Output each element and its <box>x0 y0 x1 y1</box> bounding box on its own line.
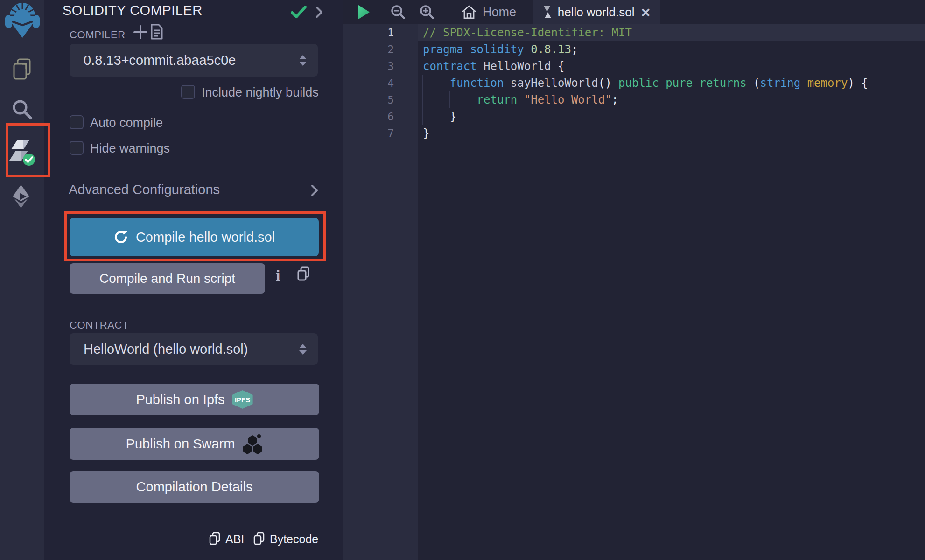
compiler-version-value: 0.8.13+commit.abaa5c0e <box>84 53 299 68</box>
line-number: 7 <box>343 125 418 142</box>
contract-select-value: HelloWorld (hello world.sol) <box>84 342 299 357</box>
tab-hello-world-label: hello world.sol <box>558 5 635 20</box>
code-line[interactable]: } <box>418 108 925 125</box>
solidity-icon <box>543 6 552 19</box>
include-nightly-label: Include nightly builds <box>202 85 319 100</box>
compilation-details-label: Compilation Details <box>136 479 253 495</box>
deploy-and-run-icon[interactable] <box>0 184 44 209</box>
include-nightly-checkbox[interactable] <box>181 85 195 99</box>
copy-bytecode[interactable]: Bytecode <box>253 532 318 546</box>
contract-section-label: CONTRACT <box>70 319 129 331</box>
info-icon[interactable]: i <box>276 267 280 285</box>
panel-chevron-icon[interactable] <box>315 6 323 18</box>
file-explorer-icon[interactable] <box>0 58 44 81</box>
add-compiler-icon[interactable] <box>133 24 148 40</box>
hide-warnings-label: Hide warnings <box>90 141 170 156</box>
code-line[interactable]: return "Hello World"; <box>418 91 925 108</box>
auto-compile-label: Auto compile <box>90 116 163 130</box>
select-arrows-icon <box>299 344 307 355</box>
contract-select[interactable]: HelloWorld (hello world.sol) <box>70 333 318 365</box>
code-line[interactable]: function sayHelloWorld() public pure ret… <box>418 75 925 91</box>
line-number: 4 <box>343 75 418 91</box>
refresh-icon <box>113 230 128 245</box>
publish-ipfs-button[interactable]: Publish on Ipfs IPFS <box>70 384 319 415</box>
line-number: 6 <box>343 108 418 125</box>
compile-success-check-icon <box>291 6 307 19</box>
tab-home-label: Home <box>483 5 516 20</box>
publish-ipfs-label: Publish on Ipfs <box>136 392 224 407</box>
line-number: 1 <box>343 24 418 41</box>
hide-warnings-checkbox[interactable] <box>70 141 84 155</box>
select-arrows-icon <box>299 55 307 66</box>
compile-and-run-label: Compile and Run script <box>99 271 235 286</box>
code-line[interactable]: } <box>418 125 925 142</box>
code-line[interactable]: contract HelloWorld { <box>418 58 925 75</box>
code-line[interactable]: pragma solidity 0.8.13; <box>418 41 925 58</box>
swarm-icon <box>242 434 263 454</box>
copy-abi[interactable]: ABI <box>209 532 244 546</box>
panel-title: SOLIDITY COMPILER <box>63 3 203 18</box>
compiler-version-select[interactable]: 0.8.13+commit.abaa5c0e <box>70 44 318 77</box>
solidity-compiler-panel: SOLIDITY COMPILER COMPILER 0.8.13+commit… <box>44 0 343 560</box>
compile-button[interactable]: Compile hello world.sol <box>70 218 319 256</box>
zoom-out-icon[interactable] <box>389 0 407 24</box>
copy-icon <box>209 532 221 546</box>
publish-swarm-label: Publish on Swarm <box>126 436 235 452</box>
bytecode-label: Bytecode <box>270 532 318 546</box>
editor-area: Home hello world.sol × 1234567 // SPDX-L… <box>343 0 925 560</box>
auto-compile-checkbox[interactable] <box>70 115 84 129</box>
home-icon <box>461 5 477 20</box>
run-script-icon[interactable] <box>355 0 373 24</box>
solidity-compiler-icon[interactable] <box>0 138 44 167</box>
gutter: 1234567 <box>343 24 418 560</box>
compiler-section-label: COMPILER <box>70 29 126 41</box>
icon-sidebar <box>0 0 44 560</box>
advanced-configurations[interactable]: Advanced Configurations <box>69 182 220 197</box>
compilation-details-button[interactable]: Compilation Details <box>70 471 319 503</box>
line-number: 5 <box>343 91 418 108</box>
remix-logo <box>0 1 44 38</box>
copy-script-icon[interactable] <box>296 266 310 282</box>
code-line[interactable]: // SPDX-License-Identifier: MIT <box>418 24 925 41</box>
line-number: 2 <box>343 41 418 58</box>
close-tab-icon[interactable]: × <box>641 4 650 20</box>
tab-home[interactable]: Home <box>445 0 533 24</box>
compile-button-label: Compile hello world.sol <box>136 230 275 245</box>
compile-and-run-button[interactable]: Compile and Run script <box>70 263 265 294</box>
advanced-chevron-icon[interactable] <box>311 184 318 196</box>
ipfs-icon: IPFS <box>232 390 253 409</box>
indent-guide <box>422 75 423 125</box>
search-icon[interactable] <box>0 98 44 121</box>
publish-swarm-button[interactable]: Publish on Swarm <box>70 428 319 460</box>
code-lines[interactable]: // SPDX-License-Identifier: MITpragma so… <box>418 24 925 560</box>
line-number: 3 <box>343 58 418 75</box>
tab-hello-world-sol[interactable]: hello world.sol × <box>533 0 660 24</box>
indent-guide <box>449 91 450 108</box>
zoom-in-icon[interactable] <box>418 0 436 24</box>
compiler-config-file-icon[interactable] <box>150 23 163 40</box>
editor-tabbar: Home hello world.sol × <box>343 0 925 24</box>
copy-icon <box>253 532 265 546</box>
abi-label: ABI <box>225 532 244 546</box>
